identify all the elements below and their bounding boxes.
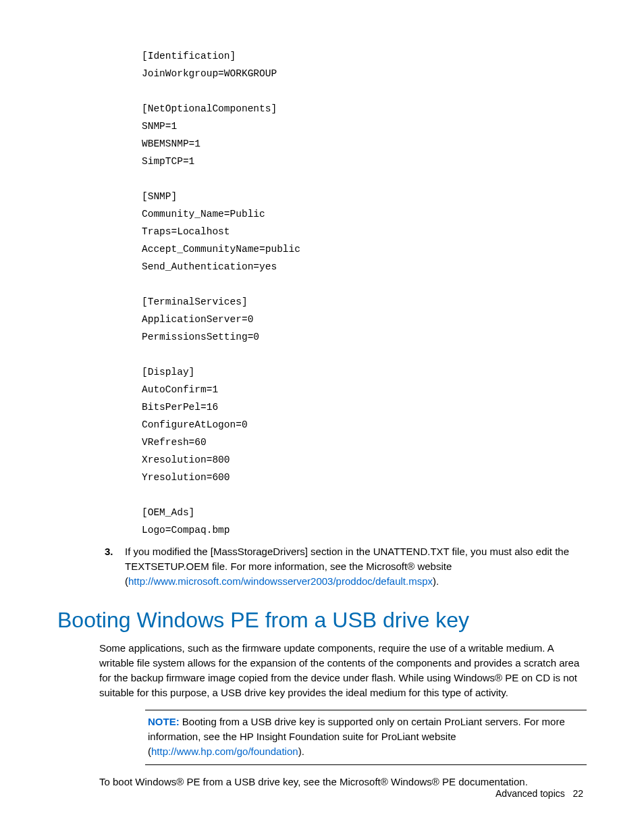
step-text-b: ). bbox=[433, 575, 439, 587]
step-text: If you modified the [MassStorageDrivers]… bbox=[125, 544, 587, 589]
footer-section: Advanced topics bbox=[495, 788, 565, 799]
step-3: 3. If you modified the [MassStorageDrive… bbox=[105, 544, 587, 589]
footer-page-number: 22 bbox=[572, 788, 583, 799]
microsoft-link[interactable]: http://www.microsoft.com/windowsserver20… bbox=[128, 575, 433, 587]
config-code-block: [Identification] JoinWorkgroup=WORKGROUP… bbox=[142, 47, 587, 539]
closing-paragraph: To boot Windows® PE from a USB drive key… bbox=[99, 775, 587, 789]
page-footer: Advanced topics 22 bbox=[495, 788, 583, 799]
note-box: NOTE: Booting from a USB drive key is su… bbox=[145, 710, 587, 765]
section-heading: Booting Windows PE from a USB drive key bbox=[57, 608, 587, 633]
note-label: NOTE: bbox=[148, 716, 180, 727]
step-number: 3. bbox=[105, 544, 125, 559]
note-text-b: ). bbox=[298, 746, 304, 757]
intro-paragraph: Some applications, such as the firmware … bbox=[99, 641, 587, 700]
document-page: [Identification] JoinWorkgroup=WORKGROUP… bbox=[0, 0, 644, 834]
hp-foundation-link[interactable]: http://www.hp.com/go/foundation bbox=[151, 746, 298, 757]
